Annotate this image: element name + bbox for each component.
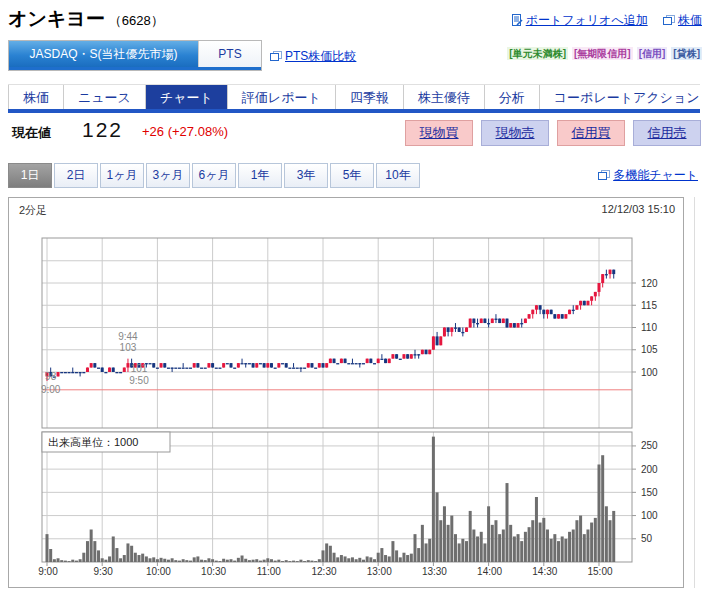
portfolio-add-link-wrap: ポートフォリオへ追加 [511,13,648,27]
market-tabs-underbar [9,67,261,70]
unit-label-1: [無期限信用] [572,47,633,60]
svg-text:100: 100 [641,367,658,378]
svg-text:150: 150 [641,487,658,498]
svg-text:101: 101 [131,363,148,374]
market-tabs-wrap: JASDAQ・S(当社優先市場)PTS [8,40,262,71]
unit-label-2: [信用] [637,47,668,60]
unit-labels: [単元未満株][無期限信用][信用][貸株] [503,47,702,61]
svg-text:110: 110 [641,322,657,333]
price-volume-chart: 100105110115120501001502002509:009:3010:… [9,198,683,585]
trade-button-0[interactable]: 現物買 [405,120,473,146]
svg-text:9:44: 9:44 [118,331,138,342]
svg-text:115: 115 [641,300,657,311]
unit-label-3: [貸株] [671,47,702,60]
svg-text:15:00: 15:00 [587,566,612,577]
svg-text:105: 105 [641,344,658,355]
svg-text:10:00: 10:00 [146,566,171,577]
svg-text:9:00: 9:00 [38,566,58,577]
period-tab-7[interactable]: 5年 [330,163,374,188]
period-tab-8[interactable]: 10年 [376,163,420,188]
svg-text:9:50: 9:50 [129,375,149,386]
trade-button-label-1: 現物売 [496,125,535,140]
svg-text:14:30: 14:30 [532,566,557,577]
svg-text:12:30: 12:30 [311,566,336,577]
nav-tab-2[interactable]: チャート [145,85,227,110]
market-tabs: JASDAQ・S(当社優先市場)PTS [9,41,261,67]
pts-compare-link[interactable]: PTS株価比較 [285,49,356,63]
svg-text:10:30: 10:30 [201,566,226,577]
period-tab-6[interactable]: 3年 [284,163,328,188]
svg-text:98: 98 [45,371,57,382]
window-icon [598,169,610,181]
period-tabs: 1日2日1ヶ月3ヶ月6ヶ月1年3年5年10年 [8,163,422,188]
nav-tab-5[interactable]: 株主優待 [403,85,484,110]
nav-tab-0[interactable]: 株価 [8,85,63,110]
trade-button-1[interactable]: 現物売 [481,120,549,146]
kabuka-link-wrap: 株価 [663,13,702,27]
stock-code: （6628） [109,13,164,28]
trade-buttons: 現物買現物売信用買信用売 [405,120,706,146]
timeframe-label: 2分足 [19,203,47,218]
nav-tab-1[interactable]: ニュース [63,85,145,110]
market-tab-1[interactable]: PTS [198,41,261,67]
portfolio-add-icon [511,14,523,26]
svg-text:11:00: 11:00 [257,566,282,577]
period-tab-4[interactable]: 6ヶ月 [192,163,236,188]
period-tab-3[interactable]: 3ヶ月 [146,163,190,188]
trade-button-3[interactable]: 信用売 [633,120,701,146]
stock-name: オンキヨー [8,8,105,29]
period-tab-1[interactable]: 2日 [54,163,98,188]
trade-button-label-3: 信用売 [648,125,687,140]
trade-button-label-2: 信用買 [572,125,611,140]
nav-underline [8,109,700,113]
period-tab-0[interactable]: 1日 [8,163,52,188]
chart-box: 100105110115120501001502002509:009:3010:… [8,197,684,588]
unit-label-0: [単元未満株] [507,47,568,60]
svg-text:100: 100 [641,510,658,521]
svg-text:9:30: 9:30 [93,566,113,577]
nav-tab-6[interactable]: 分析 [484,85,539,110]
multi-chart-link[interactable]: 多機能チャート [613,168,698,182]
window-icon [270,50,282,62]
nav-tab-3[interactable]: 評価レポート [227,85,335,110]
price-change: +26 (+27.08%) [142,124,228,139]
portfolio-add-link[interactable]: ポートフォリオへ追加 [526,13,648,27]
chart-timestamp: 12/12/03 15:10 [602,203,675,215]
nav-tabs: 株価ニュースチャート評価レポート四季報株主優待分析コーポレートアクション [8,84,700,110]
period-tab-2[interactable]: 1ヶ月 [100,163,144,188]
nav-tab-7[interactable]: コーポレートアクション [539,85,706,110]
page-column-divider [694,197,695,588]
trade-button-2[interactable]: 信用買 [557,120,625,146]
market-tab-0[interactable]: JASDAQ・S(当社優先市場) [9,41,198,67]
nav-tab-4[interactable]: 四季報 [335,85,403,110]
svg-text:出来高単位：1000: 出来高単位：1000 [48,436,138,448]
current-price-label: 現在値 [12,124,51,142]
window-icon [663,14,675,26]
svg-text:120: 120 [641,278,658,289]
period-tab-5[interactable]: 1年 [238,163,282,188]
current-price-value: 122 [82,118,123,142]
svg-text:50: 50 [641,533,653,544]
svg-text:200: 200 [641,464,658,475]
svg-text:13:30: 13:30 [422,566,447,577]
svg-text:250: 250 [641,440,658,451]
multi-chart-wrap: 多機能チャート [598,167,698,184]
svg-text:103: 103 [120,342,137,353]
svg-text:13:00: 13:00 [367,566,392,577]
top-links: ポートフォリオへ追加 株価 [499,12,702,29]
svg-text:9:00: 9:00 [41,384,61,395]
kabuka-link[interactable]: 株価 [678,13,702,27]
trade-button-label-0: 現物買 [420,125,459,140]
stock-header: オンキヨー（6628） [8,6,164,32]
pts-compare-wrap: PTS株価比較 [270,48,356,65]
svg-text:14:00: 14:00 [477,566,502,577]
